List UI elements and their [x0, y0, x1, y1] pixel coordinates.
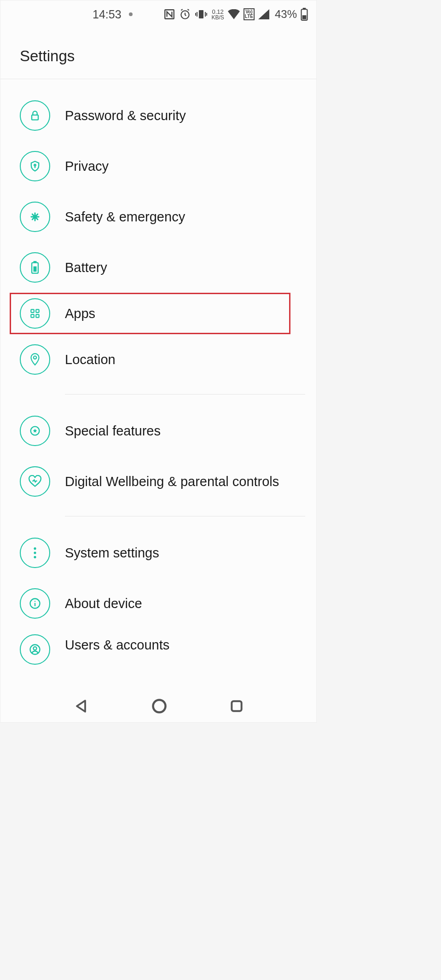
- page-title: Settings: [20, 47, 316, 65]
- back-button[interactable]: [73, 698, 89, 714]
- svg-rect-10: [34, 261, 37, 262]
- cellular-signal-icon: [258, 9, 269, 19]
- svg-rect-15: [36, 314, 39, 318]
- settings-item-battery[interactable]: Battery: [0, 242, 316, 293]
- svg-rect-13: [36, 309, 39, 313]
- settings-item-label: Apps: [65, 306, 95, 321]
- settings-item-label: Special features: [65, 423, 161, 439]
- svg-rect-5: [303, 8, 306, 9]
- info-icon: [20, 588, 50, 619]
- svg-rect-7: [32, 115, 38, 120]
- svg-point-25: [153, 700, 166, 713]
- alarm-icon: [179, 8, 191, 20]
- settings-item-label: Battery: [65, 260, 107, 275]
- recents-button[interactable]: [229, 699, 244, 713]
- settings-item-special-features[interactable]: Special features: [0, 406, 316, 456]
- status-bar: 14:53 0.12 KB/S: [0, 0, 316, 28]
- svg-point-18: [34, 547, 36, 550]
- apps-icon: [20, 298, 50, 329]
- svg-text:↕: ↕: [236, 15, 238, 19]
- system-nav-bar: [0, 690, 316, 722]
- status-icons: 0.12 KB/S ↕ Vo) LTE 43%: [163, 8, 308, 21]
- status-separator-dot: [129, 12, 133, 16]
- status-time: 14:53: [93, 8, 122, 21]
- svg-rect-6: [302, 15, 307, 19]
- volte-icon: Vo) LTE: [244, 8, 255, 20]
- svg-rect-12: [31, 309, 34, 313]
- battery-percentage: 43%: [275, 8, 297, 21]
- svg-point-20: [34, 556, 36, 558]
- settings-item-label: Password & security: [65, 108, 186, 123]
- settings-item-label: System settings: [65, 545, 159, 561]
- lock-icon: [20, 100, 50, 131]
- pin-icon: [20, 344, 50, 375]
- settings-screen: 14:53 0.12 KB/S: [0, 0, 317, 723]
- settings-item-system-settings[interactable]: System settings: [0, 528, 316, 578]
- wifi-icon: ↕: [228, 9, 240, 19]
- section-divider: [65, 516, 305, 516]
- data-speed-indicator: 0.12 KB/S: [211, 9, 224, 20]
- settings-item-safety-emergency[interactable]: Safety & emergency: [0, 191, 316, 242]
- settings-item-password-security[interactable]: Password & security: [0, 90, 316, 141]
- settings-item-label: Privacy: [65, 159, 109, 174]
- user-icon: [20, 634, 50, 665]
- svg-rect-2: [199, 10, 203, 18]
- svg-point-8: [34, 164, 36, 166]
- settings-item-label: Digital Wellbeing & parental controls: [65, 474, 279, 489]
- svg-rect-26: [232, 701, 241, 711]
- settings-item-apps[interactable]: Apps: [10, 293, 290, 334]
- header: Settings: [0, 28, 316, 79]
- battery-icon: [301, 8, 308, 21]
- svg-point-24: [34, 647, 37, 650]
- svg-rect-11: [34, 267, 37, 272]
- settings-item-label: Location: [65, 352, 116, 367]
- settings-item-about-device[interactable]: About device: [0, 578, 316, 629]
- vibrate-icon: [195, 9, 208, 20]
- settings-item-label: About device: [65, 596, 142, 611]
- battery-icon: [20, 252, 50, 283]
- star-circle-icon: [20, 416, 50, 446]
- settings-item-users-accounts[interactable]: Users & accounts: [0, 629, 316, 661]
- settings-item-label: Users & accounts: [65, 638, 169, 653]
- dots-icon: [20, 538, 50, 568]
- nfc-icon: [163, 8, 175, 20]
- svg-point-19: [34, 551, 36, 554]
- section-divider: [65, 394, 305, 394]
- settings-item-location[interactable]: Location: [0, 334, 316, 385]
- heart-icon: [20, 466, 50, 497]
- svg-point-22: [35, 601, 35, 602]
- home-button[interactable]: [151, 698, 168, 714]
- shield-key-icon: [20, 151, 50, 181]
- svg-rect-14: [31, 314, 34, 318]
- settings-item-label: Safety & emergency: [65, 209, 185, 225]
- settings-item-digital-wellbeing[interactable]: Digital Wellbeing & parental controls: [0, 456, 316, 507]
- asterisk-icon: [20, 202, 50, 232]
- settings-item-privacy[interactable]: Privacy: [0, 141, 316, 191]
- svg-point-16: [34, 356, 36, 359]
- settings-list[interactable]: Password & securityPrivacySafety & emerg…: [0, 79, 316, 686]
